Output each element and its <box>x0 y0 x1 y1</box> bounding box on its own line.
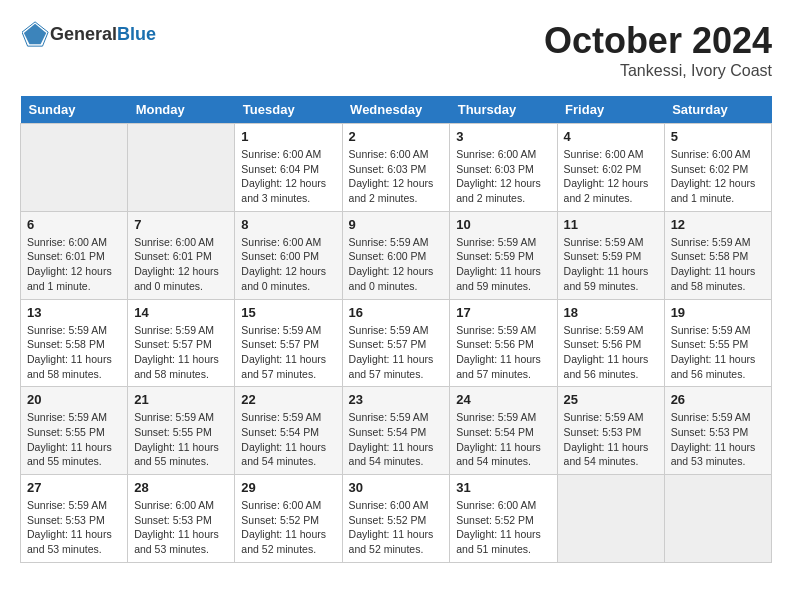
day-info: Sunrise: 5:59 AM Sunset: 5:57 PM Dayligh… <box>349 323 444 382</box>
day-number: 1 <box>241 129 335 144</box>
title-block: October 2024 Tankessi, Ivory Coast <box>544 20 772 80</box>
calendar-cell: 10Sunrise: 5:59 AM Sunset: 5:59 PM Dayli… <box>450 211 557 299</box>
calendar-cell: 28Sunrise: 6:00 AM Sunset: 5:53 PM Dayli… <box>128 475 235 563</box>
location-subtitle: Tankessi, Ivory Coast <box>544 62 772 80</box>
calendar-cell: 2Sunrise: 6:00 AM Sunset: 6:03 PM Daylig… <box>342 124 450 212</box>
calendar-cell <box>128 124 235 212</box>
page-header: GeneralBlue October 2024 Tankessi, Ivory… <box>20 20 772 80</box>
day-info: Sunrise: 5:59 AM Sunset: 5:56 PM Dayligh… <box>456 323 550 382</box>
calendar-cell: 17Sunrise: 5:59 AM Sunset: 5:56 PM Dayli… <box>450 299 557 387</box>
calendar-cell: 21Sunrise: 5:59 AM Sunset: 5:55 PM Dayli… <box>128 387 235 475</box>
day-info: Sunrise: 5:59 AM Sunset: 5:58 PM Dayligh… <box>671 235 765 294</box>
logo-blue: Blue <box>117 24 156 44</box>
day-info: Sunrise: 6:00 AM Sunset: 5:52 PM Dayligh… <box>241 498 335 557</box>
day-info: Sunrise: 5:59 AM Sunset: 5:59 PM Dayligh… <box>456 235 550 294</box>
day-info: Sunrise: 6:00 AM Sunset: 6:01 PM Dayligh… <box>27 235 121 294</box>
day-number: 13 <box>27 305 121 320</box>
weekday-header-tuesday: Tuesday <box>235 96 342 124</box>
calendar-cell <box>664 475 771 563</box>
day-number: 20 <box>27 392 121 407</box>
calendar-cell: 30Sunrise: 6:00 AM Sunset: 5:52 PM Dayli… <box>342 475 450 563</box>
calendar-table: SundayMondayTuesdayWednesdayThursdayFrid… <box>20 96 772 563</box>
calendar-cell: 7Sunrise: 6:00 AM Sunset: 6:01 PM Daylig… <box>128 211 235 299</box>
day-number: 2 <box>349 129 444 144</box>
day-number: 3 <box>456 129 550 144</box>
day-info: Sunrise: 5:59 AM Sunset: 5:55 PM Dayligh… <box>27 410 121 469</box>
weekday-header-monday: Monday <box>128 96 235 124</box>
calendar-cell: 9Sunrise: 5:59 AM Sunset: 6:00 PM Daylig… <box>342 211 450 299</box>
day-info: Sunrise: 5:59 AM Sunset: 5:53 PM Dayligh… <box>27 498 121 557</box>
day-info: Sunrise: 5:59 AM Sunset: 5:54 PM Dayligh… <box>241 410 335 469</box>
calendar-cell: 12Sunrise: 5:59 AM Sunset: 5:58 PM Dayli… <box>664 211 771 299</box>
calendar-cell: 3Sunrise: 6:00 AM Sunset: 6:03 PM Daylig… <box>450 124 557 212</box>
day-number: 10 <box>456 217 550 232</box>
week-row-4: 20Sunrise: 5:59 AM Sunset: 5:55 PM Dayli… <box>21 387 772 475</box>
weekday-header-saturday: Saturday <box>664 96 771 124</box>
calendar-cell: 6Sunrise: 6:00 AM Sunset: 6:01 PM Daylig… <box>21 211 128 299</box>
calendar-cell: 27Sunrise: 5:59 AM Sunset: 5:53 PM Dayli… <box>21 475 128 563</box>
day-number: 9 <box>349 217 444 232</box>
day-info: Sunrise: 5:59 AM Sunset: 5:54 PM Dayligh… <box>456 410 550 469</box>
calendar-cell: 25Sunrise: 5:59 AM Sunset: 5:53 PM Dayli… <box>557 387 664 475</box>
weekday-header-thursday: Thursday <box>450 96 557 124</box>
day-number: 18 <box>564 305 658 320</box>
day-number: 15 <box>241 305 335 320</box>
calendar-cell: 16Sunrise: 5:59 AM Sunset: 5:57 PM Dayli… <box>342 299 450 387</box>
day-number: 8 <box>241 217 335 232</box>
calendar-cell: 4Sunrise: 6:00 AM Sunset: 6:02 PM Daylig… <box>557 124 664 212</box>
logo-general: General <box>50 24 117 44</box>
day-number: 28 <box>134 480 228 495</box>
day-number: 30 <box>349 480 444 495</box>
day-number: 4 <box>564 129 658 144</box>
week-row-1: 1Sunrise: 6:00 AM Sunset: 6:04 PM Daylig… <box>21 124 772 212</box>
calendar-cell: 20Sunrise: 5:59 AM Sunset: 5:55 PM Dayli… <box>21 387 128 475</box>
calendar-cell: 15Sunrise: 5:59 AM Sunset: 5:57 PM Dayli… <box>235 299 342 387</box>
day-number: 25 <box>564 392 658 407</box>
day-info: Sunrise: 6:00 AM Sunset: 6:01 PM Dayligh… <box>134 235 228 294</box>
calendar-cell: 13Sunrise: 5:59 AM Sunset: 5:58 PM Dayli… <box>21 299 128 387</box>
day-info: Sunrise: 5:59 AM Sunset: 5:56 PM Dayligh… <box>564 323 658 382</box>
day-number: 16 <box>349 305 444 320</box>
calendar-cell: 5Sunrise: 6:00 AM Sunset: 6:02 PM Daylig… <box>664 124 771 212</box>
day-info: Sunrise: 5:59 AM Sunset: 5:58 PM Dayligh… <box>27 323 121 382</box>
weekday-header-wednesday: Wednesday <box>342 96 450 124</box>
day-info: Sunrise: 6:00 AM Sunset: 6:00 PM Dayligh… <box>241 235 335 294</box>
calendar-cell: 22Sunrise: 5:59 AM Sunset: 5:54 PM Dayli… <box>235 387 342 475</box>
calendar-cell: 24Sunrise: 5:59 AM Sunset: 5:54 PM Dayli… <box>450 387 557 475</box>
weekday-header-friday: Friday <box>557 96 664 124</box>
day-number: 22 <box>241 392 335 407</box>
calendar-cell <box>557 475 664 563</box>
day-info: Sunrise: 6:00 AM Sunset: 6:02 PM Dayligh… <box>564 147 658 206</box>
day-number: 5 <box>671 129 765 144</box>
calendar-cell: 11Sunrise: 5:59 AM Sunset: 5:59 PM Dayli… <box>557 211 664 299</box>
logo-icon <box>22 20 50 48</box>
day-number: 26 <box>671 392 765 407</box>
day-number: 24 <box>456 392 550 407</box>
day-info: Sunrise: 5:59 AM Sunset: 5:55 PM Dayligh… <box>671 323 765 382</box>
weekday-header-row: SundayMondayTuesdayWednesdayThursdayFrid… <box>21 96 772 124</box>
day-number: 12 <box>671 217 765 232</box>
calendar-cell: 29Sunrise: 6:00 AM Sunset: 5:52 PM Dayli… <box>235 475 342 563</box>
day-info: Sunrise: 6:00 AM Sunset: 5:53 PM Dayligh… <box>134 498 228 557</box>
day-info: Sunrise: 5:59 AM Sunset: 5:57 PM Dayligh… <box>134 323 228 382</box>
day-number: 27 <box>27 480 121 495</box>
day-info: Sunrise: 6:00 AM Sunset: 6:03 PM Dayligh… <box>456 147 550 206</box>
svg-marker-0 <box>24 24 46 45</box>
day-info: Sunrise: 6:00 AM Sunset: 6:04 PM Dayligh… <box>241 147 335 206</box>
calendar-cell: 23Sunrise: 5:59 AM Sunset: 5:54 PM Dayli… <box>342 387 450 475</box>
calendar-cell: 31Sunrise: 6:00 AM Sunset: 5:52 PM Dayli… <box>450 475 557 563</box>
calendar-cell: 14Sunrise: 5:59 AM Sunset: 5:57 PM Dayli… <box>128 299 235 387</box>
day-number: 31 <box>456 480 550 495</box>
logo: GeneralBlue <box>20 20 156 48</box>
week-row-5: 27Sunrise: 5:59 AM Sunset: 5:53 PM Dayli… <box>21 475 772 563</box>
day-number: 11 <box>564 217 658 232</box>
day-number: 6 <box>27 217 121 232</box>
day-number: 7 <box>134 217 228 232</box>
calendar-cell <box>21 124 128 212</box>
calendar-cell: 8Sunrise: 6:00 AM Sunset: 6:00 PM Daylig… <box>235 211 342 299</box>
day-number: 21 <box>134 392 228 407</box>
day-number: 19 <box>671 305 765 320</box>
calendar-cell: 19Sunrise: 5:59 AM Sunset: 5:55 PM Dayli… <box>664 299 771 387</box>
calendar-cell: 26Sunrise: 5:59 AM Sunset: 5:53 PM Dayli… <box>664 387 771 475</box>
calendar-cell: 18Sunrise: 5:59 AM Sunset: 5:56 PM Dayli… <box>557 299 664 387</box>
